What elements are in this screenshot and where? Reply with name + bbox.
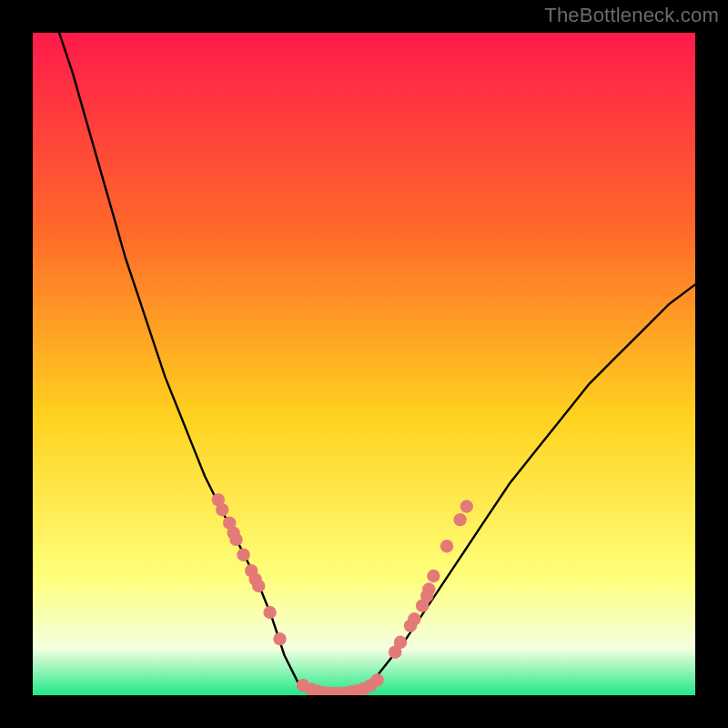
data-dot — [408, 612, 420, 625]
data-dot — [252, 580, 265, 592]
data-dot — [440, 540, 453, 552]
data-dot — [216, 503, 228, 516]
data-dot — [460, 500, 473, 512]
data-dot — [453, 513, 466, 526]
data-dot — [263, 606, 276, 619]
data-dot — [370, 673, 383, 686]
chart-svg — [33, 33, 695, 695]
gradient-background — [33, 33, 695, 695]
data-dot — [237, 549, 249, 561]
plot-area — [33, 33, 695, 695]
data-dot — [422, 582, 435, 595]
data-dot — [273, 632, 286, 645]
chart-frame: TheBottleneck.com — [0, 0, 728, 728]
data-dot — [229, 533, 242, 546]
data-dot — [427, 570, 440, 582]
watermark-text: TheBottleneck.com — [544, 4, 719, 27]
data-dot — [394, 636, 407, 649]
